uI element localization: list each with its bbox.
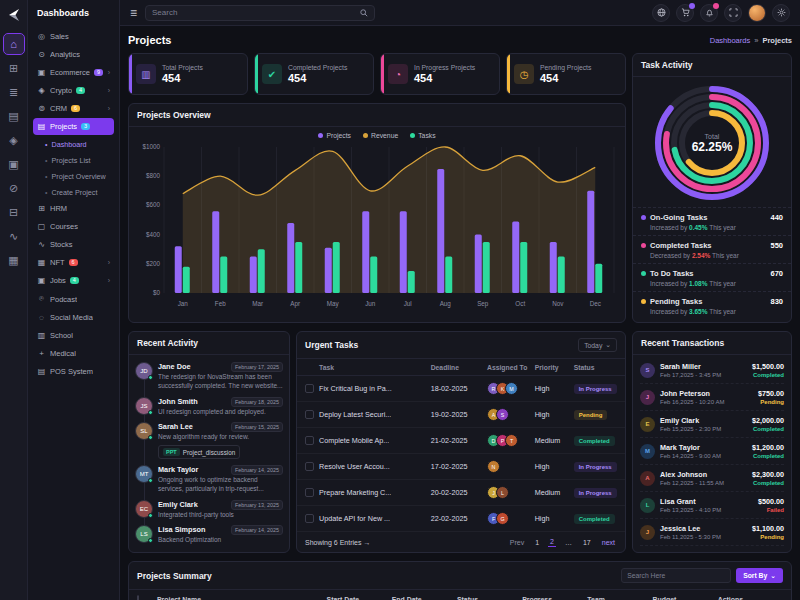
- stat-label: Total Projects: [162, 64, 203, 71]
- nav-item-icon: ▣: [37, 68, 46, 77]
- cart-icon[interactable]: [676, 4, 694, 22]
- transaction-row[interactable]: A Alex Johnson Feb 12,2025 - 11:55 AM $2…: [640, 465, 784, 492]
- transaction-row[interactable]: E Emily Clark Feb 15,2025 - 2:30 PM $2,0…: [640, 411, 784, 438]
- svg-text:Sep: Sep: [477, 300, 489, 308]
- sidebar-item-crm[interactable]: ⊚ CRM 6 ›: [33, 100, 114, 117]
- sidebar-subitem-create-project[interactable]: • Create Project: [33, 184, 114, 200]
- language-globe-icon[interactable]: [652, 4, 670, 22]
- legend-dot-icon: [318, 133, 323, 138]
- activity-item[interactable]: EC Emily Clark February 13, 2025 Integra…: [135, 497, 283, 523]
- sidebar-item-podcast[interactable]: ⌾ Podcast: [33, 290, 114, 308]
- search-input[interactable]: [152, 8, 356, 17]
- summary-search-input[interactable]: [621, 568, 731, 583]
- sidebar-subitem-projects-list[interactable]: • Projects List: [33, 152, 114, 168]
- user-avatar[interactable]: [748, 4, 766, 22]
- breadcrumb-parent[interactable]: Dashboards: [710, 36, 750, 45]
- task-activity-row[interactable]: Pending Tasks 830 Increased by 3.65% Thi…: [633, 291, 791, 319]
- table-row[interactable]: Deploy Latest Securi... 19-02-2025 AS Hi…: [297, 402, 625, 428]
- sidebar-item-ecommerce[interactable]: ▣ Ecommerce 9 ›: [33, 64, 114, 81]
- stat-icon: ✔: [262, 64, 282, 84]
- activity-item[interactable]: LS Lisa Simpson February 14, 2025 Backen…: [135, 522, 283, 548]
- table-row[interactable]: Resolve User Accou... 17-02-2025 N High …: [297, 454, 625, 480]
- legend-item[interactable]: Tasks: [410, 132, 435, 139]
- row-checkbox[interactable]: [305, 384, 314, 393]
- page-button[interactable]: 17: [581, 538, 593, 547]
- page-button[interactable]: …: [563, 538, 574, 547]
- row-checkbox[interactable]: [305, 436, 314, 445]
- sidebar-item-nft[interactable]: ▦ NFT 6 ›: [33, 254, 114, 271]
- sidebar-item-pos-system[interactable]: ▤ POS System: [33, 363, 114, 380]
- stat-completed-projects[interactable]: ✔ Completed Projects 454: [254, 53, 374, 95]
- apps-grid-icon[interactable]: ⊞: [4, 58, 24, 78]
- activity-item[interactable]: JS John Smith February 18, 2025 UI redes…: [135, 394, 283, 420]
- row-checkbox[interactable]: [305, 410, 314, 419]
- sidebar-item-projects[interactable]: ▤ Projects 3: [33, 118, 114, 135]
- table-icon[interactable]: ▦: [4, 250, 24, 270]
- home-icon[interactable]: ⌂: [4, 34, 24, 54]
- stat-pending-projects[interactable]: ◷ Pending Projects 454: [506, 53, 626, 95]
- task-activity-row[interactable]: To Do Tasks 670 Increased by 1.08% This …: [633, 263, 791, 291]
- wallet-icon[interactable]: ⊟: [4, 202, 24, 222]
- transaction-row[interactable]: S Sarah Miller Feb 17,2025 - 3:45 PM $1,…: [640, 357, 784, 384]
- sidebar-item-school[interactable]: ▥ School: [33, 327, 114, 344]
- gem-icon[interactable]: ◈: [4, 130, 24, 150]
- attachment-chip[interactable]: PPTProject_discussion: [158, 445, 240, 459]
- task-activity-row[interactable]: Completed Tasks 550 Decreased by 2.54% T…: [633, 235, 791, 263]
- stat-inprogress-projects[interactable]: ◔ In Progress Projects 454: [380, 53, 500, 95]
- sidebar-item-jobs[interactable]: ▣ Jobs 4 ›: [33, 272, 114, 289]
- file-icon[interactable]: ▤: [4, 106, 24, 126]
- transaction-row[interactable]: J John Peterson Feb 16,2025 - 10:20 AM $…: [640, 384, 784, 411]
- menu-icon[interactable]: ≡: [130, 6, 137, 20]
- sidebar-item-social-media[interactable]: ◌ Social Media: [33, 309, 114, 326]
- transaction-row[interactable]: M Mark Taylor Feb 14,2025 - 9:00 AM $1,2…: [640, 438, 784, 465]
- nav-item-icon: ▣: [37, 276, 46, 285]
- table-row[interactable]: Prepare Marketing C... 20-02-2025 JL Med…: [297, 480, 625, 506]
- sidebar-item-analytics[interactable]: ⊙ Analytics: [33, 46, 114, 63]
- stat-total-projects[interactable]: ▥ Total Projects 454: [128, 53, 248, 95]
- page-button[interactable]: 2: [548, 537, 556, 547]
- sort-by-button[interactable]: Sort By⌄: [736, 568, 783, 583]
- row-checkbox[interactable]: [305, 488, 314, 497]
- table-row[interactable]: Complete Mobile Ap... 21-02-2025 DPT Med…: [297, 428, 625, 454]
- table-row[interactable]: Fix Critical Bug in Pa... 18-02-2025 RKM…: [297, 376, 625, 402]
- assignee-avatars: DPT: [487, 434, 535, 447]
- activity-item[interactable]: JD Jane Doe February 17, 2025 The redesi…: [135, 359, 283, 394]
- activity-item[interactable]: SL Sarah Lee February 15, 2025 New algor…: [135, 419, 283, 462]
- arrow-right-icon[interactable]: →: [363, 539, 370, 546]
- change-percent: 1.08%: [689, 280, 707, 287]
- layers-icon[interactable]: ≣: [4, 82, 24, 102]
- projects-overview-chart[interactable]: $0$200$400$600$800$1000JanFebMarAprMayJu…: [134, 139, 620, 311]
- transaction-row[interactable]: L Lisa Grant Feb 13,2025 - 4:10 PM $500.…: [640, 492, 784, 519]
- sidebar-subitem-dashboard[interactable]: • Dashboard: [33, 136, 114, 152]
- chart-line-icon[interactable]: ∿: [4, 226, 24, 246]
- sidebar-item-courses[interactable]: ▢ Courses: [33, 218, 114, 235]
- today-filter-dropdown[interactable]: Today⌄: [578, 338, 617, 352]
- row-checkbox[interactable]: [305, 462, 314, 471]
- page-button[interactable]: next: [600, 538, 617, 547]
- chevron-down-icon: ⌄: [770, 572, 776, 580]
- sidebar-item-medical[interactable]: + Medical: [33, 345, 114, 362]
- activity-text: Integrated third-party tools: [158, 511, 283, 520]
- gift-icon[interactable]: ▣: [4, 154, 24, 174]
- legend-item[interactable]: Projects: [318, 132, 351, 139]
- select-all-checkbox[interactable]: [137, 595, 139, 600]
- sidebar-subitem-project-overview[interactable]: • Project Overview: [33, 168, 114, 184]
- table-row[interactable]: Update API for New ... 22-02-2025 FG Hig…: [297, 506, 625, 532]
- transaction-row[interactable]: J Jessica Lee Feb 11,2025 - 5:30 PM $1,1…: [640, 519, 784, 546]
- task-activity-row[interactable]: On-Going Tasks 440 Increased by 0.45% Th…: [633, 207, 791, 235]
- sidebar-item-crypto[interactable]: ◈ Crypto 4 ›: [33, 82, 114, 99]
- legend-item[interactable]: Revenue: [363, 132, 398, 139]
- settings-gear-icon[interactable]: [772, 4, 790, 22]
- activity-item[interactable]: MT Mark Taylor February 14, 2025 Ongoing…: [135, 462, 283, 497]
- disc-icon[interactable]: ⊘: [4, 178, 24, 198]
- page-button[interactable]: 1: [533, 538, 541, 547]
- row-checkbox[interactable]: [305, 514, 314, 523]
- sidebar-item-sales[interactable]: ◎ Sales: [33, 28, 114, 45]
- notifications-bell-icon[interactable]: [700, 4, 718, 22]
- app-logo[interactable]: [5, 6, 23, 24]
- page-button[interactable]: Prev: [508, 538, 526, 547]
- sidebar-item-stocks[interactable]: ∿ Stocks: [33, 236, 114, 253]
- task-activity-donut[interactable]: Total 62.25%: [650, 81, 774, 205]
- sidebar-item-hrm[interactable]: ⊞ HRM: [33, 200, 114, 217]
- fullscreen-icon[interactable]: [724, 4, 742, 22]
